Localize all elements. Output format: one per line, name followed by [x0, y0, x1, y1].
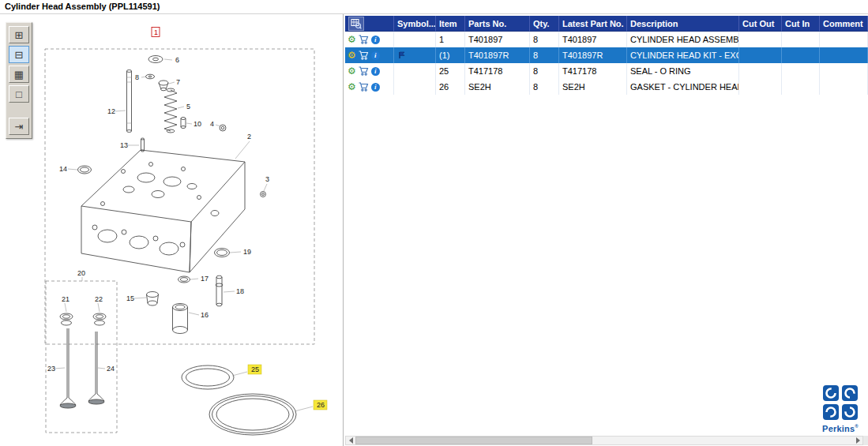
callout-26[interactable]: 26 [317, 401, 325, 409]
parts-diagram[interactable]: 1 6 8 7 5 [0, 14, 344, 446]
scroll-left-button[interactable] [346, 437, 355, 444]
callout-23[interactable]: 23 [47, 365, 55, 373]
page-title: Cylinder Head Assembly (PPL114591) [0, 0, 868, 14]
callout-15[interactable]: 15 [126, 294, 134, 302]
callout-3[interactable]: 3 [265, 175, 269, 183]
callout-14[interactable]: 14 [59, 165, 67, 173]
diagram-frame [45, 49, 314, 344]
cut-in-cell [782, 47, 820, 63]
qty-cell: 8 [530, 32, 559, 47]
symbol-cell [394, 32, 436, 47]
row-actions: ⚙ i [345, 63, 394, 79]
scrollbar-track[interactable] [355, 437, 853, 444]
latest-part-no-cell: T401897R [559, 47, 627, 63]
callout-21[interactable]: 21 [62, 295, 70, 303]
col-header-parts-no: Parts No. [465, 16, 530, 32]
callout-25[interactable]: 25 [251, 365, 259, 373]
info-icon[interactable]: i [371, 36, 380, 44]
qty-cell: 8 [530, 47, 559, 63]
col-header-qty: Qty. [530, 16, 559, 32]
qty-cell: 8 [530, 63, 559, 79]
table-header-row: Symbol... Item Parts No. Qty. Latest Par… [345, 16, 868, 32]
description-cell: CYLINDER HEAD ASSEMBLY [627, 32, 739, 47]
description-cell: CYLINDER HEAD KIT - EXCH [627, 47, 739, 63]
row-actions: ⚙ i [345, 79, 394, 95]
callout-17[interactable]: 17 [201, 275, 209, 283]
cut-in-cell [782, 63, 820, 79]
callout-10[interactable]: 10 [194, 120, 201, 128]
latest-part-no-cell: SE2H [559, 79, 627, 95]
parts-no-cell: T401897 [465, 32, 530, 47]
gear-icon[interactable]: ⚙ [348, 51, 356, 60]
callout-13[interactable]: 13 [120, 141, 128, 149]
callout-2[interactable]: 2 [247, 133, 251, 141]
cut-out-cell [739, 32, 782, 47]
perkins-logo-icon [823, 385, 858, 420]
callout-19[interactable]: 19 [243, 248, 251, 256]
send-to-list-button[interactable]: ⇥ [9, 118, 29, 135]
table-row[interactable]: ⚙ i 25 T417178 8 T417178 SEAL - O RING [345, 63, 868, 79]
find-column-header[interactable] [345, 16, 394, 32]
qty-cell: 8 [530, 79, 559, 95]
item-cell: 26 [436, 79, 465, 95]
callout-1[interactable]: 1 [154, 28, 158, 36]
comment-cell [820, 32, 868, 47]
horizontal-scrollbar[interactable] [345, 436, 863, 445]
gear-icon[interactable]: ⚙ [348, 82, 356, 92]
cart-icon[interactable] [359, 66, 369, 76]
zoom-in-button[interactable]: ⊞ [9, 26, 29, 43]
scroll-right-arrow-icon [856, 437, 860, 444]
perkins-wordmark: Perkins® [821, 424, 860, 433]
comment-cell [820, 79, 868, 95]
table-row-selected[interactable]: ⚙ i (1) T401897R 8 T401897R CYLINDER HEA… [345, 47, 868, 63]
zoom-in-icon: ⊞ [15, 30, 24, 40]
cut-out-cell [739, 63, 782, 79]
cut-in-cell [782, 32, 820, 47]
callout-5[interactable]: 5 [186, 103, 190, 111]
callout-8[interactable]: 8 [135, 73, 139, 81]
callout-16[interactable]: 16 [201, 311, 209, 319]
tile-view-button[interactable]: ▦ [9, 66, 29, 83]
description-cell: GASKET - CYLINDER HEAD [627, 79, 739, 95]
callout-22[interactable]: 22 [95, 295, 103, 303]
cart-icon[interactable] [359, 35, 369, 44]
gear-icon[interactable]: ⚙ [348, 35, 356, 44]
parts-no-cell: SE2H [465, 79, 530, 95]
single-view-button[interactable]: □ [9, 85, 29, 103]
info-icon[interactable]: i [371, 67, 380, 76]
row-actions: ⚙ i [345, 32, 394, 47]
callout-7[interactable]: 7 [176, 78, 180, 86]
callout-20[interactable]: 20 [77, 269, 85, 277]
cart-icon[interactable] [359, 51, 369, 60]
symbol-cell [394, 63, 436, 79]
gear-icon[interactable]: ⚙ [348, 66, 356, 76]
row-actions: ⚙ i [345, 47, 394, 63]
zoom-out-button[interactable]: ⊟ [9, 46, 29, 63]
table-row[interactable]: ⚙ i 26 SE2H 8 SE2H GASKET - CYLINDER HEA… [345, 79, 868, 95]
item-cell: 1 [436, 32, 465, 47]
callout-6[interactable]: 6 [175, 56, 179, 64]
info-icon[interactable]: i [371, 83, 380, 92]
callout-4[interactable]: 4 [210, 120, 214, 128]
comment-cell [820, 47, 868, 63]
scroll-left-arrow-icon [349, 437, 353, 444]
latest-part-no-cell: T401897 [559, 32, 627, 47]
table-row[interactable]: ⚙ i 1 T401897 8 T401897 CYLINDER HEAD AS… [345, 32, 868, 47]
scrollbar-thumb[interactable] [355, 437, 592, 444]
scroll-right-button[interactable] [853, 437, 862, 444]
callout-24[interactable]: 24 [107, 365, 115, 373]
app-window: Cylinder Head Assembly (PPL114591) 1 6 8 [0, 0, 868, 446]
description-cell: SEAL - O RING [627, 63, 739, 79]
cut-in-cell [782, 79, 820, 95]
col-header-item: Item [436, 16, 465, 32]
info-icon[interactable]: i [371, 51, 380, 60]
callout-12[interactable]: 12 [107, 107, 115, 115]
cart-icon[interactable] [359, 82, 369, 92]
view-toolbar: ⊞ ⊟ ▦ □ ⇥ [6, 22, 32, 139]
parts-table-panel: Symbol... Item Parts No. Qty. Latest Par… [345, 14, 868, 446]
kit-symbol-icon [397, 51, 407, 60]
callout-18[interactable]: 18 [236, 287, 244, 295]
col-header-description: Description [627, 16, 739, 32]
item-cell: 25 [436, 63, 465, 79]
latest-part-no-cell: T417178 [559, 63, 627, 79]
